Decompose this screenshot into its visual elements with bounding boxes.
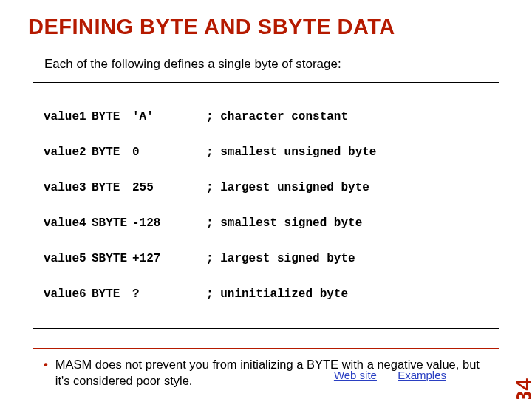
bullet-icon: • [44, 356, 48, 389]
slide-title: DEFINING BYTE AND SBYTE DATA [28, 15, 504, 39]
intro-text: Each of the following defines a single b… [44, 57, 504, 72]
code-row: value3BYTE255; largest unsigned byte [44, 179, 488, 197]
code-row: value2BYTE0; smallest unsigned byte [44, 143, 488, 161]
code-row: value4SBYTE-128; smallest signed byte [44, 214, 488, 232]
code-box: value1BYTE'A'; character constant value2… [33, 82, 499, 329]
footer-links: Web site Examples [334, 369, 464, 381]
code-row: value1BYTE'A'; character constant [44, 108, 488, 126]
website-link[interactable]: Web site [334, 369, 377, 381]
examples-link[interactable]: Examples [398, 369, 446, 381]
page-number: 34 [511, 378, 532, 399]
code-row: value6BYTE?; uninitialized byte [44, 285, 488, 303]
code-row: value5SBYTE+127; largest signed byte [44, 250, 488, 267]
